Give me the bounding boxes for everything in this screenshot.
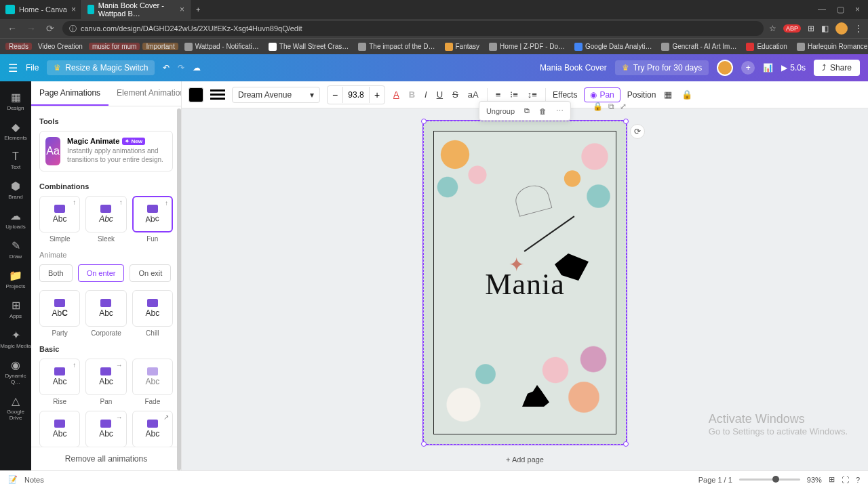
anim-party[interactable]: AbCParty (39, 290, 80, 337)
menu-icon[interactable]: ⋮ (854, 24, 863, 33)
ungroup-button[interactable]: Ungroup (482, 105, 519, 117)
reload-icon[interactable]: ⟳ (43, 23, 57, 34)
font-size-input[interactable] (342, 87, 370, 103)
anim-tile[interactable]: →Abc (85, 411, 126, 447)
rail-uploads[interactable]: ☁Uploads (0, 205, 31, 234)
new-tab-button[interactable]: + (191, 0, 205, 19)
rail-dynamic-q[interactable]: ◉Dynamic Q… (0, 354, 31, 389)
rail-text[interactable]: TText (0, 146, 31, 174)
bookmark-item[interactable]: Important (142, 43, 178, 50)
rail-design[interactable]: ▦Design (0, 87, 31, 115)
anim-chill[interactable]: AbcChill (132, 290, 173, 337)
bookmark-item[interactable]: Gencraft - AI Art Im… (658, 43, 740, 51)
delete-icon[interactable]: 🗑 (535, 105, 551, 117)
decrease-size-button[interactable]: − (328, 86, 342, 104)
design-content[interactable]: ✦ Mania (433, 131, 616, 434)
rail-google-drive[interactable]: △Google Drive (0, 390, 31, 425)
bookmark-item[interactable]: Reads (5, 43, 32, 50)
combo-simple[interactable]: ↑AbcSimple (39, 196, 80, 243)
bookmark-item[interactable]: Google Data Analyti… (571, 43, 655, 51)
bookmark-item[interactable]: Harlequin Romance… (793, 43, 868, 51)
bookmark-item[interactable]: Video Creation (35, 43, 86, 50)
effects-button[interactable]: Effects (553, 90, 577, 100)
anim-tile[interactable]: Abc (39, 411, 80, 447)
rail-magic-media[interactable]: ✦Magic Media (0, 325, 31, 353)
book-title-text[interactable]: Mania (434, 267, 616, 302)
regenerate-icon[interactable]: ⟳ (630, 124, 645, 139)
url-input[interactable]: ⓘ canva.com/design/DAGHD242wUs/2XUlfEKz-… (62, 21, 764, 36)
italic-icon[interactable]: I (423, 89, 429, 100)
try-pro-button[interactable]: ♛ Try Pro for 30 days (615, 60, 709, 75)
extension-badge[interactable]: ABP (783, 24, 801, 33)
scrollbar[interactable] (177, 108, 181, 470)
more-icon[interactable]: ⋯ (552, 104, 568, 117)
back-icon[interactable]: ← (5, 23, 19, 34)
pan-animation-button[interactable]: ◉Pan (584, 87, 620, 102)
maximize-icon[interactable]: ▢ (837, 5, 844, 14)
anim-corporate[interactable]: AbcCorporate (85, 290, 126, 337)
seg-on-enter[interactable]: On enter (78, 264, 125, 282)
bookmark-item[interactable]: The impact of the D… (355, 43, 438, 51)
notes-button[interactable]: Notes (24, 476, 44, 484)
file-menu[interactable]: File (26, 63, 39, 73)
add-member-button[interactable]: + (741, 61, 755, 75)
duplicate-icon[interactable]: ⧉ (520, 104, 534, 117)
resize-button[interactable]: ♛ Resize & Magic Switch (47, 60, 155, 75)
rail-apps[interactable]: ⊞Apps (0, 295, 31, 323)
expand-page-icon[interactable]: ⤢ (620, 102, 627, 111)
resize-handle[interactable] (421, 119, 427, 124)
close-icon[interactable]: × (180, 5, 184, 14)
bookmark-item[interactable]: Wattpad - Notificati… (181, 43, 262, 51)
close-icon[interactable]: × (71, 5, 76, 14)
position-button[interactable]: Position (627, 90, 656, 100)
strikethrough-icon[interactable]: S (451, 89, 460, 100)
bookmark-item[interactable]: Education (743, 43, 790, 51)
close-window-icon[interactable]: × (855, 5, 860, 14)
menu-icon[interactable]: ☰ (8, 62, 18, 75)
bold-icon[interactable]: B (408, 89, 416, 100)
tab-page-animations[interactable]: Page Animations (31, 81, 108, 106)
star-icon[interactable]: ☆ (769, 24, 776, 33)
anim-rise[interactable]: ↑AbcRise (39, 359, 80, 405)
anim-fade[interactable]: AbcFade (132, 359, 173, 405)
add-page-button[interactable]: + Add page (506, 455, 544, 464)
case-icon[interactable]: aA (467, 89, 480, 100)
canvas-area[interactable]: Dream Avenue ▾ − + A B I U S aA ≡ ⁝≡ ↕≡ … (182, 81, 868, 470)
forward-icon[interactable]: → (24, 23, 38, 34)
redo-icon[interactable]: ↷ (178, 63, 184, 73)
minimize-icon[interactable]: — (818, 5, 826, 14)
color-swatch[interactable] (189, 87, 203, 102)
spacing-icon[interactable]: ↕≡ (526, 89, 538, 100)
rail-draw[interactable]: ✎Draw (0, 235, 31, 264)
analytics-icon[interactable]: 📊 (763, 63, 773, 73)
transparency-icon[interactable]: ▦ (663, 89, 673, 100)
border-style-icon[interactable] (210, 89, 225, 100)
underline-icon[interactable]: U (435, 89, 444, 100)
increase-size-button[interactable]: + (370, 86, 384, 104)
duplicate-page-icon[interactable]: ⧉ (608, 102, 614, 111)
text-color-icon[interactable]: A (392, 89, 401, 100)
page-indicator[interactable]: Page 1 / 1 (698, 476, 732, 484)
list-icon[interactable]: ⁝≡ (509, 89, 519, 100)
browser-tab-home[interactable]: Home - Canva × (0, 0, 82, 19)
anim-pan[interactable]: →AbcPan (85, 359, 126, 405)
bookmark-item[interactable]: music for mum (89, 43, 140, 50)
seg-both[interactable]: Both (39, 264, 73, 282)
site-info-icon[interactable]: ⓘ (69, 24, 77, 34)
rail-projects[interactable]: 📁Projects (0, 265, 31, 293)
side-panel-icon[interactable]: ◧ (821, 24, 829, 33)
undo-icon[interactable]: ↶ (163, 63, 170, 73)
profile-avatar[interactable] (835, 22, 848, 35)
share-button[interactable]: ⤴ Share (814, 60, 860, 76)
rail-elements[interactable]: ◆Elements (0, 117, 31, 145)
font-selector[interactable]: Dream Avenue ▾ (232, 87, 320, 103)
resize-handle[interactable] (623, 119, 629, 124)
remove-animations-button[interactable]: Remove all animations (31, 447, 181, 470)
lock-icon[interactable]: 🔒 (680, 89, 694, 100)
anim-tile[interactable]: ↗Abc (132, 411, 173, 447)
zoom-slider[interactable] (739, 479, 800, 481)
bookmark-item[interactable]: The Wall Street Cras… (265, 43, 352, 51)
notes-icon[interactable]: 📝 (8, 475, 18, 484)
fullscreen-icon[interactable]: ⛶ (842, 476, 849, 484)
user-avatar[interactable] (717, 60, 733, 76)
